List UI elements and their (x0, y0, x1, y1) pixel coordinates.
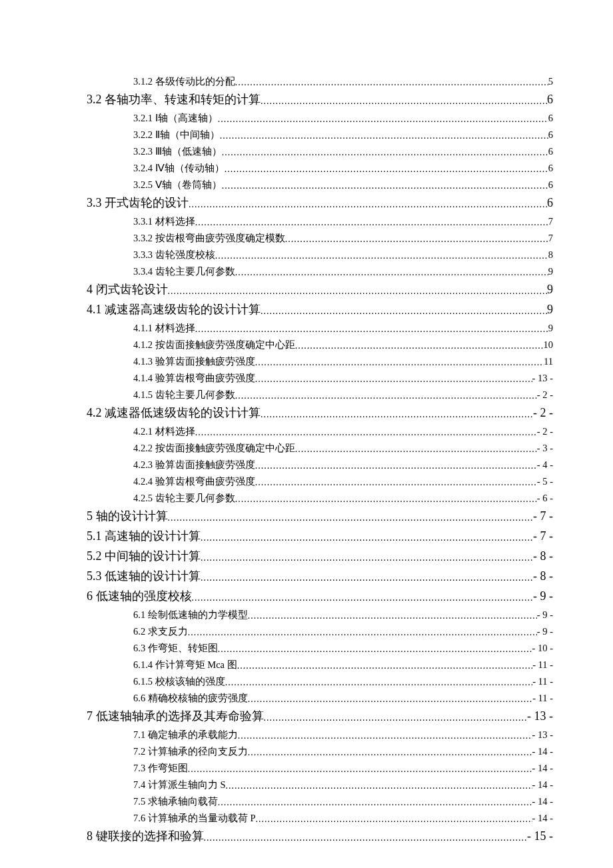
toc-entry-page: 11 (544, 353, 553, 369)
toc-entry-page: - 11 - (532, 673, 553, 689)
toc-leader-dots (255, 355, 544, 370)
toc-entry-page: - 9 - (537, 607, 553, 623)
toc-entry: 5 轴的设计计算- 7 - (63, 507, 553, 527)
toc-leader-dots (222, 145, 548, 160)
toc-entry: 5.3 低速轴的设计计算- 8 - (63, 567, 553, 587)
toc-leader-dots (235, 265, 548, 280)
toc-leader-dots (225, 675, 533, 690)
toc-entry-label: 3.2.4 Ⅳ轴（传动轴） (133, 160, 225, 176)
toc-entry: 3.3.1 材料选择7 (63, 213, 553, 230)
toc-entry: 4.1.1 材料选择9 (63, 320, 553, 337)
toc-leader-dots (261, 405, 533, 423)
toc-entry-page: 8 (548, 247, 553, 263)
toc-entry: 7.6 计算轴承的当量动载荷 P- 14 - (63, 810, 553, 827)
toc-entry-label: 3.2 各轴功率、转速和转矩的计算 (87, 90, 261, 109)
toc-entry-label: 4.2 减速器低速级齿轮的设计计算 (87, 403, 261, 423)
toc-entry-label: 7.3 作弯矩图 (133, 760, 188, 776)
toc-entry: 7.4 计算派生轴向力 S- 14 - (63, 777, 553, 793)
toc-entry-label: 6.1 绘制低速轴的力学模型 (133, 607, 248, 623)
toc-entry-page: 9 (548, 320, 553, 336)
toc-entry-label: 3.3 开式齿轮的设计 (87, 193, 189, 213)
toc-entry: 3.2.2 Ⅱ轴（中间轴）6 (63, 127, 553, 143)
toc-entry: 4.2.3 验算齿面接触疲劳强度- 4 - (63, 457, 553, 473)
toc-entry: 6.1.5 校核该轴的强度- 11 - (63, 673, 553, 690)
toc-entry: 4.1.2 按齿面接触疲劳强度确定中心距10 (63, 337, 553, 353)
toc-entry-page: - 6 - (537, 490, 553, 506)
toc-entry-label: 6.1.4 作计算弯矩 Mca 图 (133, 657, 237, 673)
toc-entry-label: 7.5 求轴承轴向载荷 (133, 793, 218, 809)
toc-entry-page: 6 (548, 160, 553, 176)
toc-entry-label: 5.3 低速轴的设计计算 (87, 567, 201, 586)
toc-entry-label: 4.1 减速器高速级齿轮的设计计算 (87, 300, 261, 319)
toc-entry-page: - 9 - (533, 587, 553, 606)
toc-entry-label: 4.1.4 验算齿根弯曲疲劳强度 (133, 370, 255, 386)
toc-entry-page: 5 (548, 73, 553, 89)
toc-leader-dots (235, 388, 537, 403)
toc-entry-page: - 2 - (533, 403, 553, 423)
toc-leader-dots (204, 828, 528, 847)
toc-leader-dots (238, 728, 532, 743)
toc-entry-label: 7.1 确定轴承的承载能力 (133, 727, 238, 743)
toc-entry-label: 4.1.1 材料选择 (133, 320, 195, 336)
toc-entry-page: - 8 - (533, 567, 553, 586)
toc-entry-label: 3.3.3 齿轮强度校核 (133, 247, 215, 263)
toc-entry-label: 4.2.3 验算齿面接触疲劳强度 (133, 457, 255, 473)
toc-entry-label: 7 低速轴轴承的选择及其寿命验算 (87, 707, 264, 726)
toc-entry-label: 4.2.4 验算齿根弯曲疲劳强度 (133, 473, 255, 489)
toc-entry-page: 9 (548, 263, 553, 279)
toc-entry-label: 7.6 计算轴承的当量动载荷 P (133, 810, 255, 826)
toc-entry: 7 低速轴轴承的选择及其寿命验算- 13 - (63, 707, 553, 727)
toc-entry-label: 4.2.5 齿轮主要几何参数 (133, 490, 235, 506)
toc-entry-label: 4.2.2 按齿面接触疲劳强度确定中心距 (133, 440, 295, 456)
toc-leader-dots (192, 588, 534, 607)
toc-entry: 7.5 求轴承轴向载荷- 14 - (63, 793, 553, 810)
toc-entry-page: - 5 - (537, 473, 553, 489)
toc-entry: 6.1 绘制低速轴的力学模型- 9 - (63, 607, 553, 623)
toc-entry: 4.2.4 验算齿根弯曲疲劳强度- 5 - (63, 473, 553, 490)
toc-entry-page: - 11 - (532, 657, 553, 673)
toc-entry-label: 4.1.3 验算齿面接触疲劳强度 (133, 353, 255, 369)
toc-list: 3.1.2 各级传动比的分配53.2 各轴功率、转速和转矩的计算63.2.1 Ⅰ… (63, 73, 553, 847)
toc-entry-label: 3.1.2 各级传动比的分配 (133, 73, 235, 89)
toc-entry-page: 6 (548, 127, 553, 143)
toc-leader-dots (248, 691, 532, 707)
toc-entry: 4.2.1 材料选择- 2 - (63, 423, 553, 440)
toc-entry: 5.2 中间轴的设计计算- 8 - (63, 547, 553, 567)
toc-leader-dots (261, 301, 547, 320)
toc-entry-page: - 9 - (537, 623, 553, 639)
toc-leader-dots (295, 338, 544, 353)
toc-entry-label: 3.2.2 Ⅱ轴（中间轴） (133, 127, 220, 143)
toc-leader-dots (201, 548, 533, 567)
toc-leader-dots (195, 425, 537, 440)
toc-entry: 3.3.3 齿轮强度校核8 (63, 247, 553, 263)
toc-leader-dots (225, 161, 548, 177)
toc-leader-dots (248, 608, 537, 623)
toc-leader-dots (201, 568, 533, 587)
toc-entry-page: - 14 - (532, 743, 553, 759)
toc-entry-label: 7.4 计算派生轴向力 S (133, 777, 225, 793)
toc-entry-label: 4 闭式齿轮设计 (87, 280, 168, 299)
toc-entry: 6.3 作弯矩、转矩图- 10 - (63, 640, 553, 657)
toc-entry-label: 3.3.4 齿轮主要几何参数 (133, 263, 235, 279)
toc-entry-page: 6 (547, 90, 553, 109)
toc-entry-page: - 14 - (532, 810, 553, 826)
toc-entry-page: - 7 - (533, 507, 553, 526)
toc-entry-page: 6 (547, 193, 553, 213)
toc-entry: 7.3 作弯矩图- 14 - (63, 760, 553, 777)
toc-entry: 3.1.2 各级传动比的分配5 (63, 73, 553, 90)
toc-leader-dots (168, 508, 534, 527)
toc-entry-page: - 3 - (537, 440, 553, 456)
toc-entry: 4 闭式齿轮设计9 (63, 280, 553, 300)
toc-leader-dots (235, 491, 537, 507)
toc-entry: 4.2.5 齿轮主要几何参数- 6 - (63, 490, 553, 507)
toc-entry: 4.1.4 验算齿根弯曲疲劳强度- 13 - (63, 370, 553, 387)
toc-entry-label: 6.2 求支反力 (133, 623, 188, 639)
toc-leader-dots (255, 458, 537, 473)
toc-leader-dots (195, 321, 548, 337)
toc-entry: 3.2.5 Ⅴ轴（卷筒轴）6 (63, 177, 553, 193)
toc-entry: 5.1 高速轴的设计计算- 7 - (63, 527, 553, 547)
toc-leader-dots (225, 778, 532, 793)
toc-entry-page: - 2 - (537, 387, 553, 403)
toc-entry-page: - 7 - (533, 527, 553, 546)
toc-leader-dots (295, 441, 537, 457)
